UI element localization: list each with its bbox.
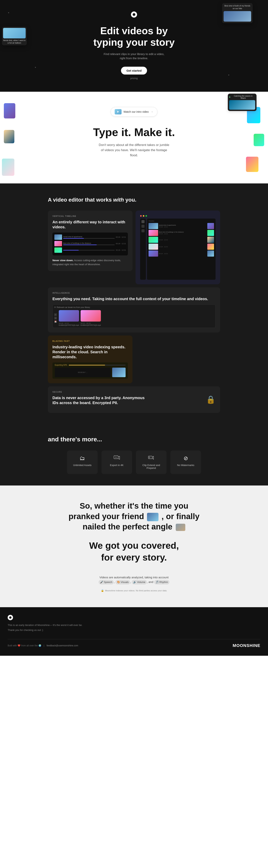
star-deco: ✦	[228, 74, 230, 76]
secure-heading: Data is never accessed by a 3rd party. A…	[52, 395, 148, 405]
blazing-tag: BLAZING FAST	[52, 340, 128, 342]
more-features-list: 🗂 Unlimited Assets 4K Export in 4K	[48, 451, 220, 474]
prank-image	[147, 513, 159, 521]
unlimited-assets-label: Unlimited Assets	[71, 464, 94, 467]
angle-image	[176, 524, 185, 531]
feature-export-4k: 4K Export in 4K	[102, 451, 132, 474]
clip-extend-label: Clip Extend and Prepend	[140, 464, 163, 469]
earth-icon: 🌍	[38, 644, 42, 647]
timeline-thumb-1	[54, 235, 62, 240]
footer-thank-you: Thank you for checking us out :)	[8, 629, 260, 631]
intelligence-card: INTELLIGENCE Everything you need. Taking…	[48, 287, 220, 333]
export-label: Exporting 64%	[55, 364, 67, 366]
timeline-mockup: Aerial shot of apartments 00:18 - 12:21 …	[52, 232, 128, 255]
clip-extend-icon: ▶	[140, 455, 163, 461]
footer-built: Built with ❤️ from all over the 🌍 | feed…	[8, 644, 78, 647]
vertical-timeline-card: VERTICAL TIMELINE An entirely different …	[48, 211, 132, 271]
export-4k-icon: 4K	[105, 455, 128, 461]
watch-video-button[interactable]: Watch our intro video →	[111, 107, 157, 117]
heart-icon: ❤️	[18, 644, 21, 647]
clip2-time: 00:22 - 00:25	[81, 322, 101, 324]
more-section: and there's more... 🗂 Unlimited Assets 4…	[0, 424, 268, 486]
export-bar: Exporting 64% 00:00:04 / ...	[52, 363, 128, 379]
star-deco: ✦	[34, 66, 36, 69]
speech-badge: 🎤 Speech	[99, 580, 114, 585]
vertical-timeline-heading: An entirely different way to interact wi…	[52, 220, 128, 229]
footer-brand: MOONSHINE	[233, 643, 260, 648]
export-4k-label: Export in 4K	[105, 464, 128, 467]
watch-arrow: →	[151, 110, 153, 113]
svg-text:4K: 4K	[115, 457, 117, 458]
footer-bottom: Built with ❤️ from all over the 🌍 | feed…	[8, 639, 260, 648]
visuals-badge: 🎨 Visuals	[115, 580, 130, 585]
editor-section: A video editor that works with you. VERT…	[0, 183, 268, 424]
type-subtext: Don't worry about all the different take…	[98, 142, 170, 158]
footer-logo-row	[8, 615, 260, 620]
rhythm-badge: 🎵 Rhythm	[154, 580, 169, 585]
type-heading: Type it. Make it.	[4, 126, 264, 138]
hero-subtitle: Find relevant clips in your library to e…	[103, 52, 165, 61]
vertical-timeline-body: Never slow down. Access cutting-edge vid…	[52, 258, 128, 267]
intel-clip-1: 00:18 - 12:21 EA86K2Q0TPR7SQ5.mp4	[59, 310, 79, 326]
feature-clip-extend: ▶ Clip Extend and Prepend	[136, 451, 166, 474]
get-started-button[interactable]: Get started	[121, 67, 147, 74]
star-deco: ✦	[8, 11, 9, 14]
story-heading: So, whether it's the time you pranked yo…	[67, 501, 201, 532]
intelligence-heading: Everything you need. Taking into account…	[52, 296, 216, 301]
analysis-text: Videos are automatically analyzed, takin…	[96, 575, 172, 585]
intel-clip-2: 00:22 - 00:25 EA86K2Q0TPR7SQ5.mp4	[81, 310, 101, 326]
hero-logo	[131, 11, 137, 18]
float-img-br	[246, 157, 259, 172]
type-section: Catching the waves in Miami Watch our in…	[0, 92, 268, 183]
timeline-thumb-3	[54, 247, 62, 253]
float-card-left-label: Aerial shot, when I went in a hot air ba…	[3, 39, 26, 44]
footer-logo-inner	[9, 616, 11, 619]
volume-badge: 🔊 Volume	[132, 580, 147, 585]
footer-logo	[8, 615, 13, 620]
no-watermarks-label: No Watermarks	[174, 464, 197, 467]
float-card-top-label: Best shot of both of my friends on our h…	[223, 5, 251, 10]
more-heading: and there's more...	[48, 436, 220, 443]
clip2-name: EA86K2Q0TPR7SQ5.mp4	[81, 324, 101, 326]
blazing-fast-card: BLAZING FAST Industry-leading video inde…	[48, 336, 132, 383]
footer: This is an early iteration of Moonshine—…	[0, 607, 268, 656]
vertical-timeline-tag: VERTICAL TIMELINE	[52, 215, 128, 217]
secure-card: SECURE Data is never accessed by a 3rd p…	[48, 386, 220, 413]
export-time: 00:00:04 / ...	[78, 371, 87, 373]
lock-icon-small: 🔒	[101, 589, 104, 592]
unlimited-assets-icon: 🗂	[71, 455, 94, 461]
no-watermarks-icon: ⊘	[174, 455, 197, 461]
clip1-name: EA86K2Q0TPR7SQ5.mp4	[59, 324, 79, 326]
blazing-heading: Industry-leading video indexing speeds. …	[52, 344, 128, 360]
footer-tagline: This is an early iteration of Moonshine—…	[8, 623, 84, 627]
pricing-link[interactable]: pricing	[4, 77, 264, 80]
svg-text:▶: ▶	[149, 457, 150, 458]
hero-title: Edit videos by typing your story	[84, 25, 184, 48]
intelligence-mockup: ⟳ Relevant car break ins from your libra…	[52, 304, 216, 328]
story-subheading: We got you covered, for every story.	[8, 540, 260, 564]
feature-no-watermarks: ⊘ No Watermarks	[170, 451, 201, 474]
float-card-top-right: Best shot of both of my friends on our h…	[222, 3, 253, 23]
secure-tag: SECURE	[52, 391, 148, 393]
hero-logo-inner	[133, 13, 135, 16]
story-section: So, whether it's the time you pranked yo…	[0, 486, 268, 607]
float-img-tl	[4, 103, 15, 119]
hero-section: ✦ ✦ ✦ ✦ Best shot of both of my friends …	[0, 0, 268, 92]
feedback-email[interactable]: feedback@usemoonshine.com	[47, 644, 78, 647]
float-img-bl	[2, 159, 15, 176]
float-card-waves: Catching the waves in Miami	[228, 94, 257, 111]
watch-video-label: Watch our intro video	[124, 110, 149, 113]
float-card-top-image	[223, 11, 251, 22]
editor-heading: A video editor that works with you.	[48, 197, 220, 203]
watch-icon	[115, 109, 122, 115]
privacy-note: 🔒 Moonshine indexes your videos. No thir…	[8, 589, 260, 592]
float-card-left: Aerial shot, when I went in a hot air ba…	[2, 27, 27, 45]
intelligence-tag: INTELLIGENCE	[52, 292, 216, 294]
feature-unlimited-assets: 🗂 Unlimited Assets	[67, 451, 98, 474]
lock-icon: 🔒	[206, 395, 216, 404]
clip1-time: 00:18 - 12:21	[59, 322, 79, 324]
timeline-thumb-2	[54, 241, 62, 246]
timeline-preview-card: Timeline Aerial shot of apartments 00:18…	[136, 211, 220, 284]
float-card-left-image	[3, 28, 26, 38]
